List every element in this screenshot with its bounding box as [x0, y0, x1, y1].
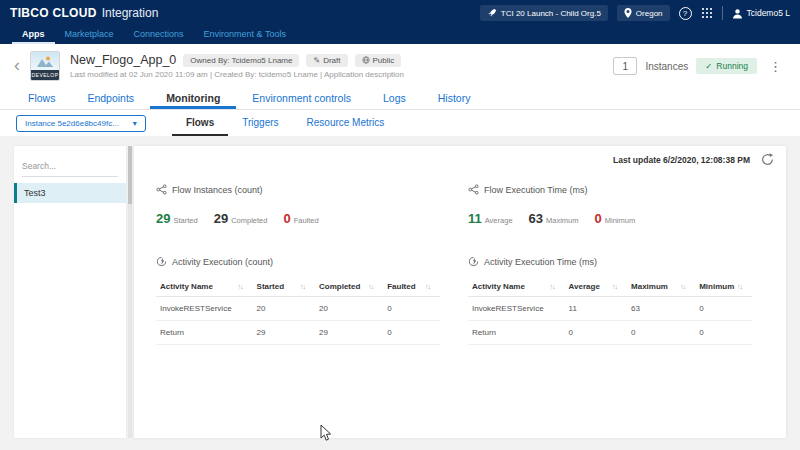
app-tabs: Flows Endpoints Monitoring Environment c…	[0, 88, 800, 110]
back-button[interactable]: ‹	[14, 56, 20, 74]
subtab-label: Triggers	[242, 117, 278, 128]
flows-sidebar: Test3	[14, 146, 126, 438]
flow-instances-group: Flow Instances (count) 29Started 29Compl…	[148, 184, 460, 226]
user-label: Tcidemo5 L	[747, 8, 790, 18]
globe-icon	[362, 56, 370, 64]
metric-minimum: 0Minimum	[595, 211, 636, 226]
cell-faulted: 0	[383, 321, 440, 345]
brand-logo: TIBCO CLOUD	[10, 6, 97, 20]
instance-dropdown[interactable]: Instance 5e2d6e8bc49fc... ▾	[16, 115, 146, 132]
col-minimum: Minimum	[699, 282, 734, 291]
metric-started: 29Started	[156, 211, 198, 226]
draft-label: Draft	[323, 56, 340, 65]
cell-average: 0	[565, 321, 627, 345]
topbar-divider	[722, 6, 723, 20]
cell-completed: 29	[315, 321, 383, 345]
cell-started: 20	[253, 297, 315, 321]
nav-label: Connections	[134, 29, 184, 39]
cell-activity-name: InvokeRESTService	[156, 297, 253, 321]
instance-row: Instance 5e2d6e8bc49fc... ▾ Flows Trigge…	[0, 110, 800, 136]
subtab-flows[interactable]: Flows	[172, 110, 228, 136]
tab-flows[interactable]: Flows	[12, 88, 71, 109]
col-started: Started	[257, 282, 285, 291]
flow-branch-icon	[156, 184, 167, 195]
sort-icon[interactable]: ↑↓	[300, 283, 311, 290]
table-row: Return 29 29 0	[156, 321, 440, 345]
launch-icon	[487, 8, 497, 18]
search-input[interactable]	[22, 161, 118, 171]
activity-icon	[156, 256, 167, 267]
help-button[interactable]: ?	[679, 7, 692, 20]
app-grid-icon[interactable]	[701, 7, 713, 19]
table-row: Return 0 0 0	[468, 321, 752, 345]
org-selector[interactable]: TCI 20 Launch - Child Org.5	[480, 5, 608, 21]
tab-label: History	[438, 92, 471, 104]
col-maximum: Maximum	[631, 282, 668, 291]
metrics-card: Last update 6/2/2020, 12:08:38 PM Flow I…	[134, 146, 786, 438]
sort-icon[interactable]: ↑↓	[680, 283, 691, 290]
flow-name: Test3	[24, 188, 46, 198]
nav-item-connections[interactable]: Connections	[124, 26, 194, 44]
last-update-label: Last update 6/2/2020, 12:08:38 PM	[613, 155, 750, 165]
tab-monitoring[interactable]: Monitoring	[150, 88, 236, 109]
sort-icon[interactable]: ↑↓	[612, 283, 623, 290]
activity-time-title: Activity Execution Time (ms)	[484, 257, 597, 267]
check-icon: ✓	[705, 61, 712, 71]
sort-icon[interactable]: ↑↓	[425, 283, 436, 290]
region-label: Oregon	[636, 9, 663, 18]
col-faulted: Faulted	[387, 282, 415, 291]
user-icon	[732, 8, 743, 19]
nav-item-environment-tools[interactable]: Environment & Tools	[194, 26, 296, 44]
monitoring-subtabs: Flows Triggers Resource Metrics	[172, 110, 398, 136]
monitoring-content: Test3 Last update 6/2/2020, 12:08:38 PM …	[0, 136, 800, 450]
topbar-right-cluster: TCI 20 Launch - Child Org.5 Oregon ? Tci…	[480, 5, 790, 21]
owned-by-badge: Owned By: Tcidemo5 Lname	[183, 54, 299, 67]
tab-endpoints[interactable]: Endpoints	[71, 88, 150, 109]
refresh-button[interactable]	[761, 152, 774, 170]
search-box	[22, 155, 118, 177]
pencil-icon: ✎	[313, 56, 320, 65]
more-options-button[interactable]: ⋮	[765, 59, 786, 74]
instances-count-box[interactable]: 1	[613, 57, 637, 75]
scrollbar[interactable]	[128, 146, 132, 438]
tab-history[interactable]: History	[422, 88, 487, 109]
location-pin-icon	[624, 8, 632, 18]
tab-label: Environment controls	[252, 92, 351, 104]
nav-label: Apps	[22, 29, 45, 39]
app-meta: Last modified at 02 Jun 2020 11:09 am | …	[70, 70, 404, 79]
draft-badge: ✎ Draft	[306, 54, 347, 67]
activity-time-table: Activity Name↑↓ Average↑↓ Maximum↑↓ Mini…	[468, 277, 752, 345]
sort-icon[interactable]: ↑↓	[550, 283, 561, 290]
cell-maximum: 0	[627, 321, 695, 345]
activity-exec-title: Activity Execution (count)	[172, 257, 273, 267]
metric-maximum: 63Maximum	[529, 211, 579, 226]
cell-activity-name: InvokeRESTService	[468, 297, 565, 321]
status-badge: ✓ Running	[696, 58, 757, 74]
table-row: InvokeRESTService 20 20 0	[156, 297, 440, 321]
col-average: Average	[569, 282, 600, 291]
tab-logs[interactable]: Logs	[367, 88, 422, 109]
tab-label: Endpoints	[87, 92, 134, 104]
header-right-cluster: 1 Instances ✓ Running ⋮	[613, 57, 786, 75]
sort-icon[interactable]: ↑↓	[238, 283, 249, 290]
tab-environment-controls[interactable]: Environment controls	[236, 88, 367, 109]
region-selector[interactable]: Oregon	[617, 5, 670, 21]
cell-activity-name: Return	[156, 321, 253, 345]
subtab-resource-metrics[interactable]: Resource Metrics	[293, 110, 399, 136]
user-menu[interactable]: Tcidemo5 L	[732, 8, 790, 19]
metric-average: 11Average	[468, 211, 513, 226]
sort-icon[interactable]: ↑↓	[737, 283, 748, 290]
sort-icon[interactable]: ↑↓	[368, 283, 379, 290]
chevron-down-icon: ▾	[133, 119, 137, 128]
col-completed: Completed	[319, 282, 360, 291]
flow-list-item[interactable]: Test3	[14, 183, 126, 203]
nav-item-apps[interactable]: Apps	[12, 26, 55, 44]
cell-average: 11	[565, 297, 627, 321]
nav-label: Marketplace	[65, 29, 114, 39]
mouse-cursor	[320, 424, 332, 442]
nav-item-marketplace[interactable]: Marketplace	[55, 26, 124, 44]
col-activity-name: Activity Name	[160, 282, 213, 291]
subtab-triggers[interactable]: Triggers	[228, 110, 292, 136]
activity-time-section: Activity Execution Time (ms) Activity Na…	[460, 256, 772, 345]
scrollbar-thumb[interactable]	[128, 146, 132, 204]
